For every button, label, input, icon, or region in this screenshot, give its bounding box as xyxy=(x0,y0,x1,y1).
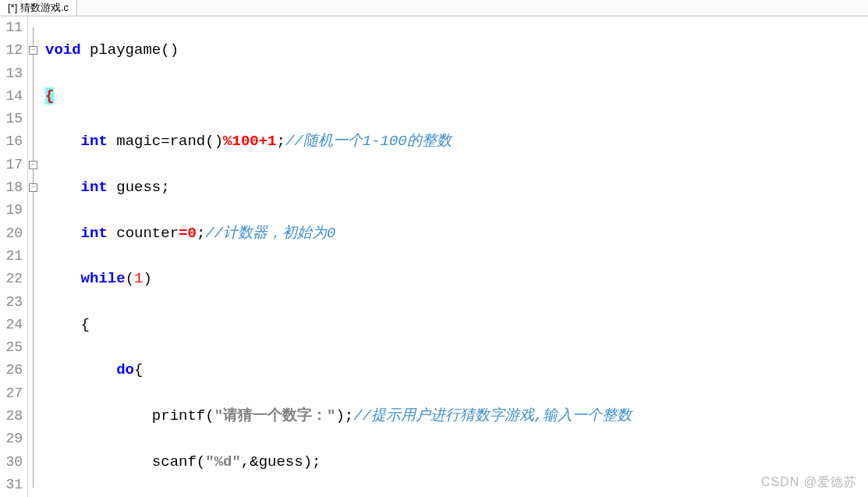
function-name: playgame xyxy=(90,41,161,59)
op: =rand xyxy=(161,133,205,150)
number: 1 xyxy=(134,270,143,287)
string: "请猜一个数字：" xyxy=(214,407,336,424)
fold-toggle-icon[interactable]: − xyxy=(29,183,37,192)
open-brace: { xyxy=(45,87,54,105)
fn-call: printf xyxy=(152,407,205,424)
op: =0 xyxy=(179,225,197,242)
keyword: int xyxy=(81,133,108,150)
identifier: magic xyxy=(116,133,161,150)
line-gutter: 1112131415161718192021222324252627282930… xyxy=(0,16,28,497)
semi: ; xyxy=(277,133,285,150)
keyword: do xyxy=(116,361,134,378)
keyword: int xyxy=(81,179,108,196)
watermark: CSDN @爱德苏 xyxy=(761,474,857,491)
identifier: counter xyxy=(116,225,179,242)
file-tab[interactable]: [*] 猜数游戏.c xyxy=(0,0,77,16)
fold-toggle-icon[interactable]: − xyxy=(29,161,37,169)
op: %100+1 xyxy=(223,133,276,150)
fn-call: scanf xyxy=(152,453,197,470)
fold-column: − − − xyxy=(28,16,42,497)
arg: ,&guess xyxy=(241,453,303,470)
comment: //随机一个1-100的整数 xyxy=(285,133,452,150)
code-area[interactable]: void playgame() { int magic=rand()%100+1… xyxy=(42,16,868,497)
keyword: void xyxy=(45,41,81,59)
code-editor: 1112131415161718192021222324252627282930… xyxy=(0,16,868,497)
keyword: while xyxy=(81,270,126,287)
keyword: int xyxy=(81,225,108,242)
identifier: guess xyxy=(116,179,161,196)
fold-toggle-icon[interactable]: − xyxy=(29,46,37,55)
comment: //提示用户进行猜数字游戏,输入一个整数 xyxy=(353,407,632,424)
comment: //计数器，初始为0 xyxy=(205,225,335,242)
string: "%d" xyxy=(205,453,241,470)
tab-bar: [*] 猜数游戏.c xyxy=(0,0,868,16)
